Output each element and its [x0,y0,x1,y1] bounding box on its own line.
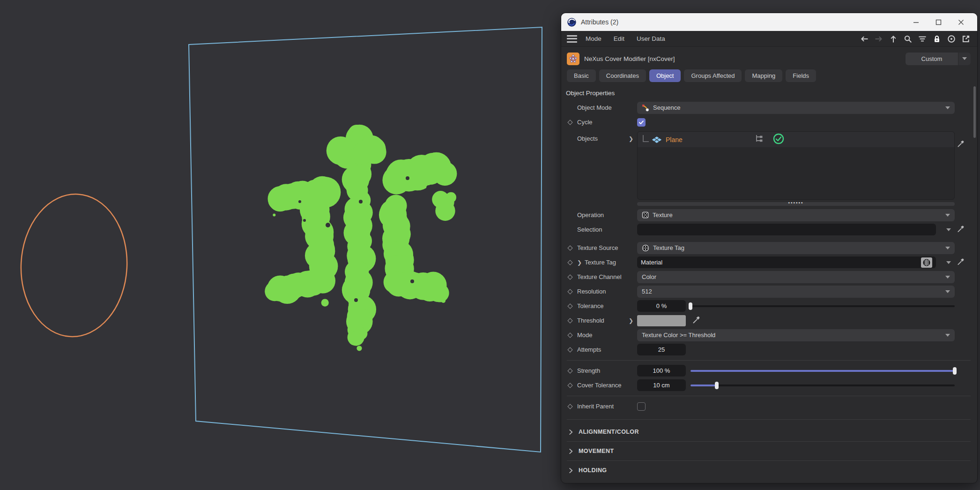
cover-tolerance-slider[interactable] [690,384,955,386]
eyedropper-icon[interactable] [957,257,965,267]
eyedropper-icon[interactable] [957,225,965,234]
attempts-input[interactable]: 25 [637,344,686,355]
texture-tag-expander-icon[interactable]: ❯ [577,259,582,266]
chevron-down-icon [945,106,950,109]
tab-groups-affected[interactable]: Groups Affected [684,69,742,82]
app-root: Attributes (2) Mode Edit User Data [0,0,980,490]
slider-knob[interactable] [689,302,692,310]
strength-label: Strength [577,367,637,374]
scrollbar-thumb[interactable] [973,86,976,138]
tolerance-slider[interactable] [690,305,955,307]
search-icon[interactable] [903,34,913,44]
preset-dropdown[interactable]: Custom [906,53,971,65]
mode-dropdown[interactable]: Texture Color >= Threshold [637,329,955,341]
window-titlebar[interactable]: Attributes (2) [561,13,977,31]
param-diamond-icon [567,245,572,250]
section-movement[interactable]: MOVEMENT [561,442,977,460]
object-mode-dropdown[interactable]: Sequence [637,102,955,114]
up-arrow-icon[interactable] [889,34,898,44]
section-alignment-color[interactable]: ALIGNMENT/COLOR [561,422,977,441]
objects-expander-icon[interactable]: ❯ [629,136,633,142]
texture-source-dropdown[interactable]: Texture Tag [637,242,955,254]
nexus-modifier-icon [567,53,579,65]
texture-source-label: Texture Source [577,244,637,251]
back-arrow-icon[interactable] [860,34,869,44]
selection-input[interactable] [637,224,936,235]
resolution-dropdown[interactable]: 512 [637,286,955,298]
objects-label: Objects [577,135,598,142]
panel-scrollbar[interactable] [973,73,976,479]
cycle-label: Cycle [577,119,637,126]
menu-item-edit[interactable]: Edit [614,35,624,42]
preset-value: Custom [906,53,958,65]
eyedropper-icon[interactable] [957,140,965,150]
section-holding[interactable]: HOLDING [561,461,977,480]
slider-knob[interactable] [715,382,719,389]
sequence-icon [642,104,649,112]
row-tolerance: Tolerance 0 % [561,299,977,313]
objects-list[interactable]: Plane [637,131,955,200]
menu-bar: Mode Edit User Data [561,31,977,47]
chevron-down-icon[interactable] [958,53,971,65]
operation-dropdown[interactable]: Texture [637,209,955,221]
param-diamond-icon [567,120,572,125]
strength-slider[interactable] [690,370,955,372]
row-texture-source: Texture Source Texture Tag [561,241,977,255]
param-diamond-icon [567,383,572,388]
chevron-down-icon [945,334,950,337]
row-inherit-parent: Inherit Parent [561,399,977,414]
maximize-button[interactable] [933,17,943,27]
threshold-color-swatch[interactable] [637,315,686,326]
chevron-down-icon[interactable] [946,261,951,264]
inherit-parent-checkbox[interactable] [637,402,646,411]
minimize-button[interactable] [911,17,921,27]
material-thumbnail[interactable] [921,257,932,268]
texture-tag-value: Material [641,259,662,266]
tolerance-input[interactable]: 0 % [637,300,686,312]
target-icon[interactable] [947,34,956,44]
list-resize-handle[interactable]: •••••• [637,202,955,206]
chevron-down-icon[interactable] [946,228,951,231]
row-mode: Mode Texture Color >= Threshold [561,328,977,342]
filter-icon[interactable] [918,34,927,44]
open-external-icon[interactable] [961,34,971,44]
enabled-check-icon[interactable] [772,133,785,147]
tab-object[interactable]: Object [649,69,681,82]
chevron-right-icon [568,429,574,435]
attempts-label: Attempts [577,346,637,353]
list-item-plane[interactable]: Plane [638,132,954,147]
slider-knob[interactable] [953,367,957,375]
close-button[interactable] [956,17,966,27]
lock-icon[interactable] [932,34,942,44]
cycle-checkbox[interactable] [637,118,646,127]
menu-item-mode[interactable]: Mode [586,35,601,42]
hamburger-menu-icon[interactable] [567,35,577,43]
forward-arrow-icon[interactable] [874,34,883,44]
hierarchy-icon[interactable] [755,134,764,145]
selection-label: Selection [577,226,637,233]
object-mode-label: Object Mode [577,104,637,111]
inherit-parent-label: Inherit Parent [577,403,637,410]
object-title: NeXus Cover Modifier [nxCover] [584,55,675,62]
resolution-label: Resolution [577,288,637,295]
tab-coordinates[interactable]: Coordinates [599,69,646,82]
strength-input[interactable]: 100 % [637,365,686,377]
param-diamond-icon [567,303,572,309]
divider [567,360,971,361]
chevron-right-icon [568,448,574,454]
tab-fields[interactable]: Fields [786,69,816,82]
texture-channel-dropdown[interactable]: Color [637,271,955,283]
object-item-name[interactable]: Plane [666,136,683,143]
plane-object-icon [652,136,662,144]
threshold-expander-icon[interactable]: ❯ [629,317,633,324]
texture-tag-input[interactable]: Material [637,256,936,268]
menu-item-user-data[interactable]: User Data [637,35,665,42]
tolerance-label: Tolerance [577,302,637,309]
operation-label: Operation [577,211,637,219]
tab-mapping[interactable]: Mapping [745,69,782,82]
eyedropper-icon[interactable] [692,316,701,326]
row-resolution: Resolution 512 [561,284,977,299]
texture-tag-icon [642,244,649,252]
cover-tolerance-input[interactable]: 10 cm [637,379,686,391]
tab-basic[interactable]: Basic [567,69,596,82]
